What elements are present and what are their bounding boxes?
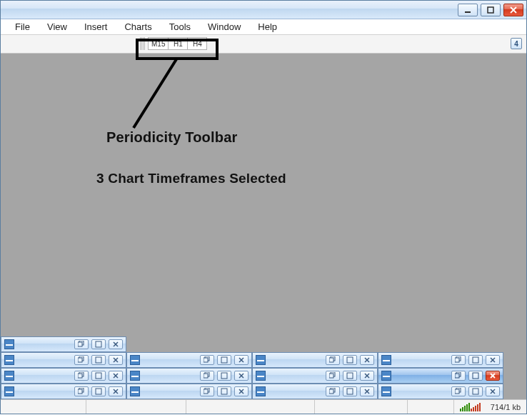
menubar: File View Insert Charts Tools Window Hel… bbox=[1, 19, 526, 35]
status-cell bbox=[186, 400, 315, 414]
toolbar-grip-icon[interactable] bbox=[140, 37, 146, 50]
mini-close-button[interactable] bbox=[109, 371, 123, 381]
toolbar: M15 H1 H4 4 bbox=[1, 35, 526, 54]
mini-restore-button[interactable] bbox=[200, 355, 214, 365]
svg-rect-6 bbox=[78, 342, 82, 346]
window-count-badge[interactable]: 4 bbox=[511, 38, 522, 49]
mini-maximize-button[interactable] bbox=[217, 371, 231, 381]
minimized-window[interactable] bbox=[126, 384, 252, 399]
mini-restore-button[interactable] bbox=[326, 371, 340, 381]
svg-rect-27 bbox=[473, 357, 478, 363]
minimized-windows bbox=[1, 336, 526, 399]
mini-maximize-button[interactable] bbox=[91, 371, 106, 381]
mini-restore-button[interactable] bbox=[451, 386, 466, 396]
menu-file[interactable]: File bbox=[6, 20, 39, 34]
chart-icon bbox=[130, 371, 140, 381]
svg-rect-67 bbox=[473, 389, 478, 394]
status-connection[interactable]: 714/1 kb bbox=[454, 403, 526, 411]
minimized-window[interactable] bbox=[1, 368, 126, 384]
mini-close-button[interactable] bbox=[234, 371, 249, 381]
mini-close-button[interactable] bbox=[234, 386, 249, 396]
mini-restore-button[interactable] bbox=[74, 339, 89, 349]
mini-maximize-button[interactable] bbox=[468, 371, 483, 381]
mini-maximize-button[interactable] bbox=[343, 355, 357, 365]
svg-rect-16 bbox=[204, 358, 208, 362]
titlebar bbox=[1, 1, 526, 19]
minimized-window[interactable] bbox=[126, 352, 252, 368]
minimized-window[interactable] bbox=[1, 384, 126, 399]
mini-maximize-button[interactable] bbox=[343, 371, 357, 381]
menu-charts[interactable]: Charts bbox=[116, 20, 160, 34]
mini-close-button[interactable] bbox=[109, 386, 123, 396]
mini-restore-button[interactable] bbox=[74, 355, 89, 365]
menu-view[interactable]: View bbox=[39, 20, 76, 34]
minimized-window-active[interactable] bbox=[378, 368, 503, 384]
maximize-button[interactable] bbox=[481, 4, 501, 16]
chart-icon bbox=[381, 371, 391, 381]
mini-close-button[interactable] bbox=[360, 386, 374, 396]
mini-maximize-button[interactable] bbox=[468, 355, 483, 365]
menu-tools[interactable]: Tools bbox=[161, 20, 199, 34]
mini-close-button[interactable] bbox=[486, 386, 500, 396]
mini-maximize-button[interactable] bbox=[217, 386, 231, 396]
menu-insert[interactable]: Insert bbox=[76, 20, 116, 34]
chart-icon bbox=[4, 339, 14, 349]
mini-maximize-button[interactable] bbox=[91, 386, 106, 396]
chart-icon bbox=[381, 355, 391, 365]
timeframe-m15-button[interactable]: M15 bbox=[148, 37, 169, 50]
annotation-label-2: 3 Chart Timeframes Selected bbox=[96, 171, 286, 186]
mini-close-button[interactable] bbox=[486, 355, 500, 365]
mini-close-button[interactable] bbox=[109, 339, 123, 349]
minimized-window[interactable] bbox=[252, 384, 378, 399]
svg-rect-46 bbox=[455, 374, 459, 378]
chart-area: Periodicity Toolbar 3 Chart Timeframes S… bbox=[1, 54, 526, 399]
minimized-window[interactable] bbox=[1, 352, 126, 368]
mini-close-button[interactable] bbox=[109, 355, 123, 365]
minimized-window[interactable] bbox=[126, 368, 252, 384]
svg-rect-32 bbox=[96, 373, 101, 379]
close-button[interactable] bbox=[503, 4, 523, 16]
mini-restore-button[interactable] bbox=[200, 386, 214, 396]
mini-restore-button[interactable] bbox=[74, 386, 89, 396]
chart-icon bbox=[130, 386, 140, 396]
mini-restore-button[interactable] bbox=[451, 355, 466, 365]
minimized-window[interactable] bbox=[378, 384, 503, 399]
mini-close-button[interactable] bbox=[234, 355, 249, 365]
svg-rect-7 bbox=[96, 341, 101, 347]
mini-restore-button[interactable] bbox=[326, 355, 340, 365]
chart-icon bbox=[256, 386, 266, 396]
chart-icon bbox=[130, 355, 140, 365]
menu-help[interactable]: Help bbox=[249, 20, 286, 34]
mini-maximize-button[interactable] bbox=[217, 355, 231, 365]
timeframe-h1-button[interactable]: H1 bbox=[168, 37, 188, 50]
minimized-window[interactable] bbox=[252, 368, 378, 384]
minimized-window[interactable] bbox=[252, 352, 378, 368]
status-cell bbox=[86, 400, 186, 414]
connection-bars-icon bbox=[460, 403, 481, 411]
mini-close-button[interactable] bbox=[486, 371, 500, 381]
mini-restore-button[interactable] bbox=[200, 371, 214, 381]
chart-icon bbox=[256, 355, 266, 365]
status-cell bbox=[408, 400, 454, 414]
mini-close-button[interactable] bbox=[360, 355, 374, 365]
chart-icon bbox=[256, 371, 266, 381]
mini-maximize-button[interactable] bbox=[91, 339, 106, 349]
mini-maximize-button[interactable] bbox=[468, 386, 483, 396]
svg-rect-66 bbox=[455, 389, 459, 394]
mini-maximize-button[interactable] bbox=[343, 386, 357, 396]
mini-restore-button[interactable] bbox=[74, 371, 89, 381]
timeframe-h4-button[interactable]: H4 bbox=[187, 37, 207, 50]
mini-close-button[interactable] bbox=[360, 371, 374, 381]
svg-rect-51 bbox=[78, 389, 82, 394]
svg-rect-37 bbox=[221, 373, 227, 379]
mini-maximize-button[interactable] bbox=[91, 355, 106, 365]
mini-restore-button[interactable] bbox=[326, 386, 340, 396]
mini-restore-button[interactable] bbox=[451, 371, 466, 381]
minimized-window[interactable] bbox=[378, 352, 503, 368]
minimized-window[interactable] bbox=[1, 336, 126, 352]
svg-line-4 bbox=[134, 59, 176, 128]
menu-window[interactable]: Window bbox=[199, 20, 249, 34]
minimize-button[interactable] bbox=[458, 4, 478, 16]
svg-rect-41 bbox=[329, 374, 333, 378]
svg-rect-47 bbox=[473, 373, 478, 379]
